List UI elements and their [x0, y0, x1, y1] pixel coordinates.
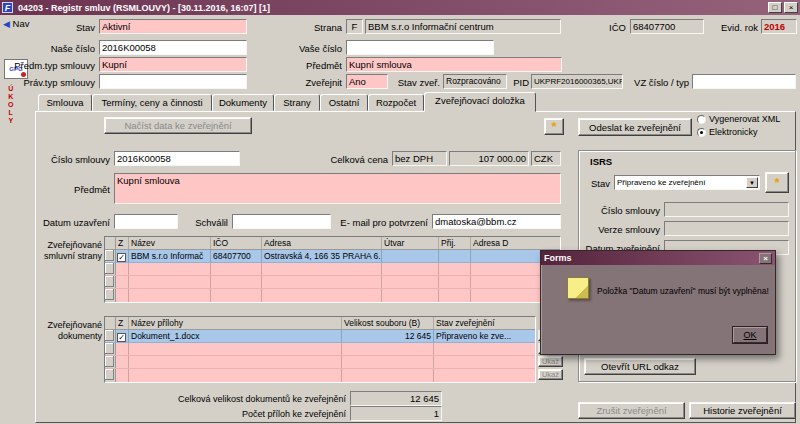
- radio-elektronicky-label: Elektronicky: [709, 127, 758, 137]
- record-indicator[interactable]: [105, 330, 114, 341]
- party-utvar-cell: [382, 250, 439, 262]
- documents-table: Z Název přílohy Velikost souboru (B) Sta…: [104, 316, 536, 383]
- record-indicator[interactable]: [105, 289, 114, 300]
- isrs-stav-label: Stav: [582, 178, 610, 189]
- tab-terminy[interactable]: Termíny, ceny a činnosti: [92, 94, 212, 111]
- cislo-smlouvy-field[interactable]: 2016K00058: [114, 151, 240, 166]
- party-row-empty[interactable]: [105, 263, 560, 276]
- isrs-stav-value: Připraveno ke zveřejnění: [617, 178, 706, 187]
- tab-dokumenty[interactable]: Dokumenty: [212, 94, 274, 111]
- vase-cislo-field[interactable]: [346, 40, 494, 55]
- celkova-cena-label: Celková cena: [318, 154, 388, 165]
- isrs-refresh-button[interactable]: *: [765, 172, 789, 193]
- party-row[interactable]: ✓ BBM s.r.o Informač 68407700 Ostravská …: [105, 250, 560, 263]
- predmet2-field[interactable]: Kupní smlouva: [114, 173, 561, 204]
- dokumenty-caption-line1: Zveřejňované: [24, 320, 102, 331]
- application-window: F 04203 - Registr smluv (RSMLOUVY) - [30…: [0, 0, 800, 424]
- radio-xml-label: Vygenerovat XML: [709, 114, 780, 124]
- datum-uzavreni-label: Datum uzavření: [30, 217, 110, 228]
- col-nazev: Název: [129, 237, 211, 249]
- predm-typ-field[interactable]: Kupní: [99, 57, 247, 72]
- party-row-empty[interactable]: [105, 276, 560, 289]
- documents-table-header: Z Název přílohy Velikost souboru (B) Sta…: [105, 317, 535, 330]
- ok-button[interactable]: OK: [733, 327, 767, 343]
- refresh-button[interactable]: *: [544, 118, 564, 135]
- amount-field: 107 000.00: [449, 151, 529, 166]
- dokumenty-caption-line2: dokumenty: [24, 331, 102, 342]
- tab-strany[interactable]: Strany: [274, 94, 320, 111]
- row-checkbox[interactable]: ✓: [117, 253, 126, 262]
- party-row-empty[interactable]: [105, 289, 560, 302]
- title-bar: F 04203 - Registr smluv (RSMLOUVY) - [30…: [0, 0, 800, 15]
- email-field[interactable]: dmatoska@bbm.cz: [432, 214, 561, 229]
- col-ico: IČO: [211, 237, 262, 249]
- datum-uzavreni-field[interactable]: [114, 214, 178, 229]
- isrs-verze-label: Verze smlouvy: [582, 224, 660, 235]
- document-row-empty[interactable]: [105, 369, 535, 382]
- record-indicator[interactable]: [105, 343, 114, 354]
- isrs-stav-dropdown[interactable]: Připraveno ke zveřejnění ▼: [614, 175, 760, 190]
- chevron-down-icon[interactable]: ▼: [746, 177, 758, 188]
- ico-label: IČO: [596, 22, 626, 33]
- row-checkbox[interactable]: ✓: [117, 333, 126, 342]
- record-indicator[interactable]: [105, 356, 114, 367]
- close-icon[interactable]: ×: [784, 2, 798, 13]
- col-z: Z: [116, 237, 129, 249]
- zverejnit-field[interactable]: Ano: [346, 74, 388, 89]
- predmet-field[interactable]: Kupní smlouva: [346, 57, 562, 72]
- tab-zverejnovaci-dolozka[interactable]: Zveřejňovací doložka: [424, 92, 536, 112]
- note-icon: [567, 277, 589, 299]
- dialog-message: Položka "Datum uzavření" musí být vyplně…: [597, 286, 769, 296]
- dph-field: bez DPH: [392, 151, 447, 166]
- forms-app-icon: F: [2, 2, 13, 13]
- nase-cislo-field[interactable]: 2016K00058: [99, 40, 247, 55]
- cislo-smlouvy-label: Číslo smlouvy: [30, 154, 110, 165]
- restore-icon[interactable]: □: [768, 2, 782, 13]
- tab-ostatni[interactable]: Ostatní: [320, 94, 368, 111]
- document-row-empty[interactable]: [105, 343, 535, 356]
- prav-typ-field[interactable]: [99, 74, 247, 89]
- parties-table: Z Název IČO Adresa Útvar Přij. Adresa D …: [104, 236, 561, 303]
- predmet-label: Předmět: [296, 60, 342, 71]
- document-row-empty[interactable]: [105, 356, 535, 369]
- radio-icon: [697, 115, 706, 124]
- strany-caption-line2: smluvní strany: [24, 251, 102, 262]
- pid-label: PID: [509, 77, 529, 88]
- party-name-cell: BBM s.r.o Informač: [129, 250, 211, 262]
- col-utvar: Útvar: [382, 237, 439, 249]
- record-indicator[interactable]: [105, 250, 114, 261]
- stav-label: Stav: [30, 22, 95, 33]
- doc-name-cell: Dokument_1.docx: [129, 330, 342, 342]
- pocet-priloh-label: Počet příloh ke zveřejnění: [134, 409, 346, 419]
- isrs-cislo-label: Číslo smlouvy: [582, 205, 660, 216]
- radio-elektronicky[interactable]: Elektronicky: [697, 127, 758, 137]
- dokumenty-caption: Zveřejňované dokumenty: [24, 320, 102, 342]
- strany-caption-line1: Zveřejňované: [24, 240, 102, 251]
- zrusit-zverejneni-button: Zrušit zveřejnění: [578, 402, 685, 419]
- record-indicator[interactable]: [105, 369, 114, 380]
- load-data-button: Načíst data ke zveřejnění: [104, 117, 252, 134]
- doc-status-cell: Připraveno ke zve...: [434, 330, 535, 342]
- doc-size-cell: 12 645: [342, 330, 434, 342]
- document-row[interactable]: ✓ Dokument_1.docx 12 645 Připraveno ke z…: [105, 330, 535, 343]
- otevrit-url-button[interactable]: Otevřít URL odkaz: [584, 358, 696, 375]
- ukaz-button-disabled: Ukaž: [538, 356, 563, 367]
- dialog-close-icon[interactable]: ×: [759, 253, 772, 264]
- schvalil-label: Schválil: [180, 217, 228, 228]
- schvalil-field[interactable]: [232, 214, 331, 229]
- record-indicator[interactable]: [105, 263, 114, 274]
- stav-field[interactable]: Aktivní: [99, 19, 247, 34]
- ukoly-icon[interactable]: Ú K O L Y: [8, 85, 13, 125]
- radio-vygenerovat-xml[interactable]: Vygenerovat XML: [697, 114, 780, 124]
- odeslat-button[interactable]: Odeslat ke zveřejnění: [578, 118, 692, 136]
- nav-toggle[interactable]: ◀ Nav: [3, 18, 29, 29]
- record-indicator[interactable]: [105, 276, 114, 287]
- pocet-priloh-field: 1: [350, 406, 442, 421]
- celkova-velikost-label: Celková velikost dokumentů ke zveřejnění: [134, 394, 346, 404]
- tab-smlouva[interactable]: Smlouva: [38, 94, 92, 111]
- vz-cislo-field[interactable]: [692, 74, 796, 89]
- col-velikost: Velikost souboru (B): [342, 317, 434, 329]
- historie-zverejneni-button[interactable]: Historie zveřejnění: [689, 402, 796, 419]
- currency-field: CZK: [531, 151, 561, 166]
- tab-rozpocet[interactable]: Rozpočet: [368, 94, 424, 111]
